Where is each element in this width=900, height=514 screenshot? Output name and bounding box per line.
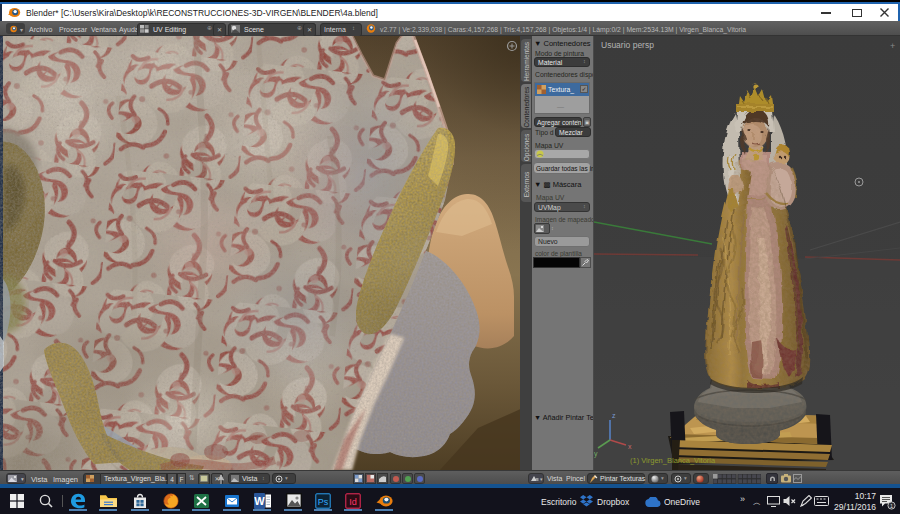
svg-text:Id: Id <box>349 497 357 507</box>
svg-text:1: 1 <box>890 503 893 509</box>
svg-text:+: + <box>890 41 895 51</box>
svg-text:(1) Virgen_Blanca_Vitoria: (1) Virgen_Blanca_Vitoria <box>630 456 716 465</box>
svg-text:x: x <box>628 443 632 450</box>
svg-text:z: z <box>612 412 616 419</box>
svg-text:Usuario persp: Usuario persp <box>601 40 654 50</box>
svg-text:Ps: Ps <box>318 497 329 507</box>
svg-text:W: W <box>254 495 265 507</box>
svg-text:y: y <box>594 450 598 458</box>
